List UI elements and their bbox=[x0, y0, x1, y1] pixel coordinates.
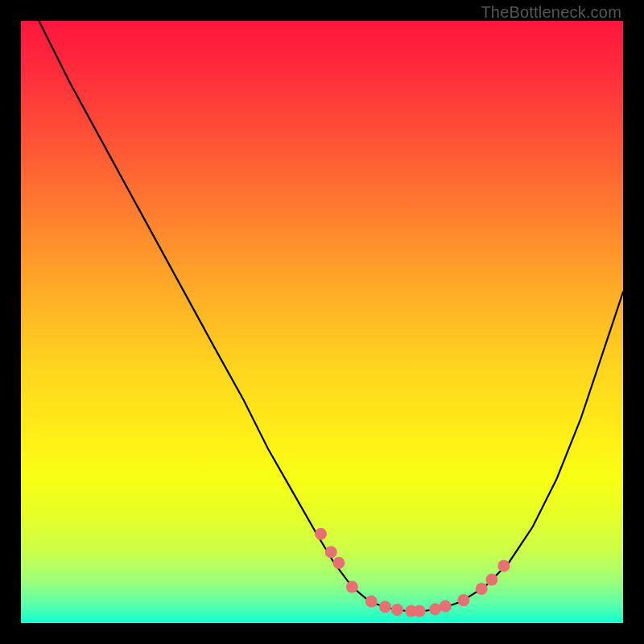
highlight-dot bbox=[429, 603, 441, 615]
highlight-dot bbox=[440, 601, 452, 613]
highlight-dot bbox=[497, 559, 510, 572]
highlight-dot bbox=[365, 596, 378, 608]
highlight-dot bbox=[315, 528, 327, 540]
chart-stage: TheBottleneck.com bbox=[0, 0, 644, 644]
highlight-dot bbox=[379, 601, 391, 613]
highlight-dots bbox=[315, 528, 510, 617]
bottleneck-curve bbox=[39, 21, 623, 611]
highlight-dot bbox=[414, 605, 426, 617]
attribution-text: TheBottleneck.com bbox=[481, 3, 621, 22]
highlight-dot bbox=[332, 557, 345, 569]
highlight-dot bbox=[325, 546, 337, 558]
highlight-dot bbox=[346, 581, 358, 593]
highlight-dot bbox=[485, 574, 497, 586]
chart-svg bbox=[21, 21, 623, 623]
highlight-dot bbox=[391, 604, 403, 616]
plot-area bbox=[21, 21, 623, 623]
highlight-dot bbox=[476, 583, 488, 595]
highlight-dot bbox=[457, 594, 469, 606]
